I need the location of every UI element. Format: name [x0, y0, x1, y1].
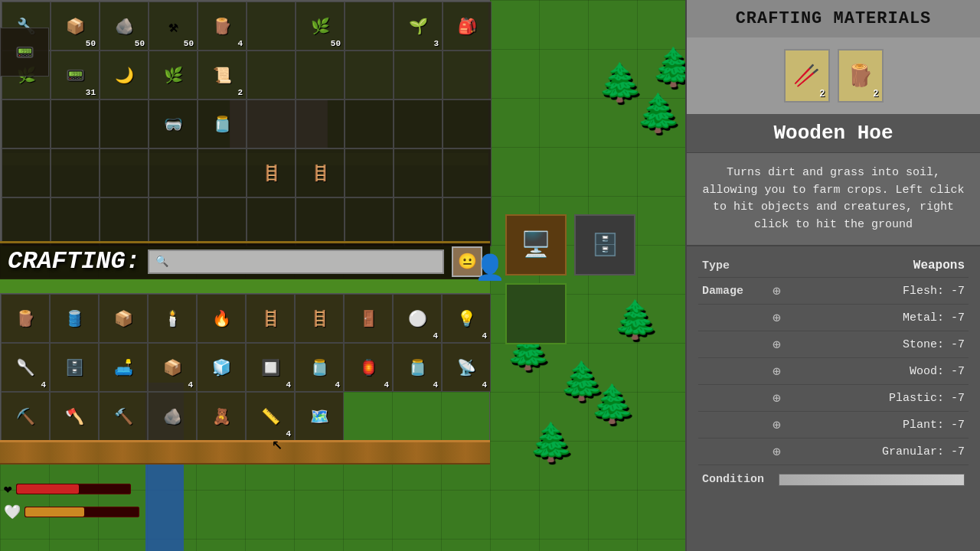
inv-cell[interactable] [443, 197, 492, 246]
inv-cell[interactable]: 🪨 50 [100, 2, 149, 51]
craft-cell[interactable]: 🏮 4 [344, 343, 393, 392]
item-count: 4 [237, 39, 243, 48]
inv-cell[interactable] [198, 197, 247, 246]
craft-cell[interactable]: 🫙 4 [295, 343, 344, 392]
inv-cell[interactable] [443, 148, 492, 197]
craft-cell[interactable]: 📦 4 [148, 343, 197, 392]
inv-cell[interactable] [394, 99, 443, 148]
craft-cell[interactable]: 📏 4 [246, 392, 295, 441]
inv-cell[interactable] [443, 99, 492, 148]
inv-cell[interactable] [149, 148, 198, 197]
craft-icon-solar: 🔲 [261, 358, 280, 377]
granular-stat-row: ⊕ Granular: -7 [698, 439, 969, 465]
inv-cell[interactable] [51, 197, 100, 246]
craft-cell[interactable]: 💡 4 [442, 294, 491, 343]
inv-cell[interactable]: 🪜 [296, 148, 345, 197]
inv-cell[interactable] [345, 99, 394, 148]
craft-icon-fridge: 🧊 [212, 358, 231, 377]
craft-cell[interactable]: 🔨 [99, 392, 148, 441]
inv-cell[interactable] [247, 99, 296, 148]
inv-cell[interactable]: 📜 2 [198, 51, 247, 99]
item-count: 50 [86, 39, 96, 48]
stone-plus-icon: ⊕ [763, 336, 790, 353]
plant-plus-icon: ⊕ [763, 416, 790, 433]
inv-cell[interactable] [149, 197, 198, 246]
search-input[interactable] [173, 256, 436, 268]
inv-cell[interactable] [296, 99, 345, 148]
inv-cell[interactable]: 📟 31 [51, 51, 100, 99]
inv-cell[interactable]: 🌱 3 [394, 2, 443, 51]
craft-cell[interactable]: 🧸 [197, 392, 246, 441]
inv-cell[interactable]: 🌿 [149, 51, 198, 99]
inv-cell[interactable] [247, 51, 296, 99]
craft-cell[interactable]: ⚪ 4 [393, 294, 442, 343]
craft-cell[interactable]: 🪨 [148, 392, 197, 441]
search-bar[interactable]: 🔍 [148, 249, 444, 274]
inv-cell[interactable] [296, 51, 345, 99]
inv-cell[interactable]: 📦 50 [51, 2, 100, 51]
inv-cell[interactable] [394, 197, 443, 246]
item-count: 4 [384, 380, 389, 390]
craft-cell[interactable]: 📡 4 [442, 343, 491, 392]
inv-cell[interactable] [247, 2, 296, 51]
right-panel: CRAFTING MATERIALS 🥢 2 🪵 2 Wooden Hoe Tu… [685, 0, 980, 551]
craft-cell[interactable]: 📦 [99, 294, 148, 343]
craft-cell[interactable]: 🕯️ [148, 294, 197, 343]
craft-cell[interactable]: 🫙 4 [393, 343, 442, 392]
craft-cell[interactable]: 🗺️ [295, 392, 344, 441]
inv-cell[interactable] [345, 148, 394, 197]
inv-cell[interactable]: 🪜 [247, 148, 296, 197]
inv-cell[interactable] [100, 99, 149, 148]
craft-icon-antenna: 📡 [457, 358, 476, 377]
inv-cell[interactable] [394, 51, 443, 99]
stone-stat-row: ⊕ Stone: -7 [698, 331, 969, 358]
inv-cell[interactable] [247, 197, 296, 246]
craft-cell[interactable]: 🛢️ [50, 294, 99, 343]
craft-cell[interactable]: 🪜 [295, 294, 344, 343]
craft-cell[interactable]: 🔥 [197, 294, 246, 343]
inv-cell[interactable]: 🫙 [198, 99, 247, 148]
inv-cell[interactable]: 🥽 [149, 99, 198, 148]
craft-icon-ladder3: 🪜 [261, 309, 280, 328]
craft-icon-person: 🧸 [212, 407, 231, 426]
inv-cell[interactable] [51, 99, 100, 148]
inv-cell[interactable] [100, 148, 149, 197]
craft-cell[interactable]: 🛋️ [99, 343, 148, 392]
inv-cell[interactable] [345, 51, 394, 99]
craft-cell[interactable]: 🔲 4 [246, 343, 295, 392]
craft-cell[interactable]: 🚪 [344, 294, 393, 343]
craft-cell[interactable]: ⛏️ [1, 392, 50, 441]
inv-cell[interactable] [2, 148, 51, 197]
hotbar-cell[interactable]: 📟 [0, 28, 49, 77]
wood-value: Wood: -7 [790, 365, 965, 378]
inv-cell[interactable] [2, 99, 51, 148]
craft-icon-bowl3: 🫙 [408, 358, 427, 377]
crafting-items: 🪵 🛢️ 📦 🕯️ 🔥 🪜 🪜 🚪 ⚪ 4 💡 4 🥄 4 🗄️ 🛋️ 📦 [0, 293, 490, 442]
inv-cell[interactable] [345, 197, 394, 246]
plastic-value: Plastic: -7 [790, 392, 965, 405]
inv-cell[interactable] [394, 148, 443, 197]
hotbar-icon: 📟 [15, 43, 34, 62]
inv-cell[interactable] [296, 197, 345, 246]
craft-cell[interactable]: 🪵 [1, 294, 50, 343]
inv-cell[interactable] [51, 148, 100, 197]
craft-cell[interactable]: 🧊 [197, 343, 246, 392]
inv-cell[interactable] [345, 2, 394, 51]
craft-cell[interactable]: 🥄 4 [1, 343, 50, 392]
inv-cell[interactable] [2, 197, 51, 246]
inv-cell[interactable]: 🌙 [100, 51, 149, 99]
inv-cell[interactable]: 🪵 4 [198, 2, 247, 51]
inv-cell[interactable] [198, 148, 247, 197]
craft-icon-shade: 🏮 [359, 358, 378, 377]
player-character: 👤 [475, 253, 505, 283]
inv-cell[interactable]: 🎒 [443, 2, 492, 51]
inv-cell[interactable] [443, 51, 492, 99]
inv-cell[interactable] [100, 197, 149, 246]
craft-cell[interactable]: 🗄️ [50, 343, 99, 392]
craft-cell[interactable]: 🪓 [50, 392, 99, 441]
item-count: 2 [237, 88, 243, 97]
inv-cell[interactable]: 🌿 50 [296, 2, 345, 51]
inv-cell[interactable]: ⚒️ 50 [149, 2, 198, 51]
craft-cell[interactable]: 🪜 [246, 294, 295, 343]
stamina-bar-track [24, 507, 139, 517]
